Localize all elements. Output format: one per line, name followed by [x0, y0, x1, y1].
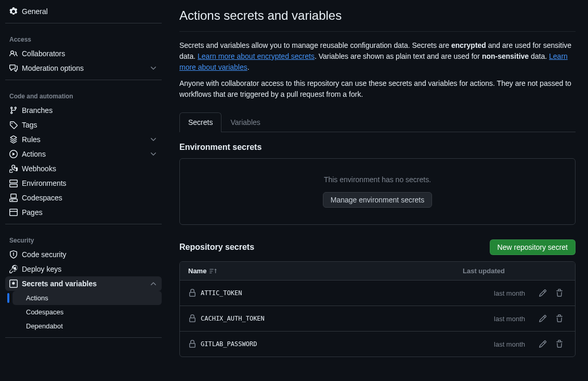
sidebar-item-rules[interactable]: Rules: [5, 132, 162, 147]
sidebar-item-branches[interactable]: Branches: [5, 103, 162, 118]
page-title: Actions secrets and variables: [179, 8, 576, 23]
sidebar-subitem-codespaces[interactable]: Codespaces: [12, 305, 162, 319]
col-header-name[interactable]: Name: [188, 267, 463, 275]
chevron-up-icon: [149, 280, 158, 288]
edit-button[interactable]: [535, 337, 550, 351]
env-empty-text: This environment has no secrets.: [324, 175, 431, 184]
lock-icon: [188, 314, 197, 323]
sidebar-label: Deploy keys: [22, 265, 61, 273]
chevron-down-icon: [149, 64, 158, 72]
sidebar-label: Environments: [22, 179, 67, 187]
sidebar-label: Actions: [22, 150, 46, 158]
sidebar-item-collaborators[interactable]: Collaborators: [5, 46, 162, 61]
sidebar-subitem-dependabot[interactable]: Dependabot: [12, 319, 162, 333]
delete-button[interactable]: [552, 286, 567, 300]
sidebar-label: Secrets and variables: [22, 280, 97, 288]
secret-row: GITLAB_PASSWORD last month: [180, 332, 575, 357]
webhook-icon: [9, 164, 18, 173]
manage-env-secrets-button[interactable]: Manage environment secrets: [323, 192, 433, 208]
sidebar-header-access: Access: [5, 28, 162, 46]
sidebar-item-deploy-keys[interactable]: Deploy keys: [5, 262, 162, 276]
env-secrets-box: This environment has no secrets. Manage …: [179, 158, 576, 225]
sidebar-label: Rules: [22, 135, 41, 144]
secret-row: ATTIC_TOKEN last month: [180, 281, 575, 306]
sidebar-label: Webhooks: [22, 164, 56, 173]
gear-icon: [9, 7, 18, 16]
sidebar-item-secrets-variables[interactable]: Secrets and variables: [5, 276, 162, 291]
secret-name: ATTIC_TOKEN: [201, 289, 242, 297]
sidebar-label: Branches: [22, 106, 53, 115]
secret-row: CACHIX_AUTH_TOKEN last month: [180, 306, 575, 332]
intro-paragraph-2: Anyone with collaborator access to this …: [179, 78, 576, 100]
divider: [5, 224, 162, 224]
divider: [5, 337, 162, 338]
edit-button[interactable]: [535, 286, 550, 300]
repo-secrets-table: Name Last updated ATTIC_TOKEN last month…: [179, 261, 576, 357]
edit-button[interactable]: [535, 311, 550, 326]
secret-name: GITLAB_PASSWORD: [201, 340, 257, 348]
sidebar-item-pages[interactable]: Pages: [5, 205, 162, 220]
pencil-icon: [539, 340, 547, 348]
comment-discussion-icon: [9, 64, 18, 72]
table-header: Name Last updated: [180, 262, 575, 281]
stack-icon: [9, 135, 18, 144]
chevron-down-icon: [149, 150, 158, 158]
sidebar-label: General: [22, 7, 48, 16]
learn-secrets-link[interactable]: Learn more about encrypted secrets: [198, 52, 315, 60]
secret-name: CACHIX_AUTH_TOKEN: [201, 315, 265, 322]
intro-text: Secrets and variables allow you to manag…: [179, 40, 576, 100]
shield-icon: [9, 250, 18, 259]
codespaces-icon: [9, 194, 18, 202]
trash-icon: [555, 340, 564, 348]
people-icon: [9, 49, 18, 58]
sidebar-item-tags[interactable]: Tags: [5, 118, 162, 132]
sidebar-label: Codespaces: [22, 194, 62, 202]
chevron-down-icon: [149, 135, 158, 144]
secret-updated: last month: [463, 289, 525, 297]
delete-button[interactable]: [552, 311, 567, 326]
lock-icon: [188, 289, 197, 297]
sidebar-item-webhooks[interactable]: Webhooks: [5, 161, 162, 176]
settings-sidebar: General Access Collaborators Moderation …: [0, 0, 167, 381]
tab-secrets[interactable]: Secrets: [179, 112, 221, 132]
tabs: Secrets Variables: [179, 112, 576, 132]
tab-variables[interactable]: Variables: [221, 112, 269, 132]
nonsensitive-word: non-sensitive: [482, 52, 529, 60]
server-icon: [9, 179, 18, 187]
trash-icon: [555, 314, 564, 323]
divider: [5, 80, 162, 80]
sidebar-item-moderation[interactable]: Moderation options: [5, 61, 162, 75]
sidebar-label: Tags: [22, 121, 37, 129]
sidebar-item-environments[interactable]: Environments: [5, 176, 162, 190]
sidebar-item-general[interactable]: General: [5, 4, 162, 19]
sidebar-item-codespaces[interactable]: Codespaces: [5, 190, 162, 205]
git-branch-icon: [9, 106, 18, 115]
trash-icon: [555, 289, 564, 297]
sidebar-item-actions[interactable]: Actions: [5, 147, 162, 161]
play-icon: [9, 150, 18, 158]
sidebar-label: Moderation options: [22, 64, 84, 72]
intro-text-part: .: [247, 63, 250, 71]
col-header-updated: Last updated: [463, 267, 525, 275]
sidebar-item-code-security[interactable]: Code security: [5, 247, 162, 262]
intro-text-part: . Variables are shown as plain text and …: [315, 52, 482, 60]
col-name-label: Name: [188, 267, 206, 275]
delete-button[interactable]: [552, 337, 567, 351]
sidebar-label: Collaborators: [22, 49, 65, 58]
encrypted-word: encrypted: [451, 41, 486, 49]
new-repo-secret-button[interactable]: New repository secret: [490, 239, 576, 255]
lock-icon: [188, 340, 197, 348]
secret-updated: last month: [463, 340, 525, 348]
intro-text-part: data.: [529, 52, 549, 60]
sidebar-label: Pages: [22, 208, 43, 217]
divider: [5, 23, 162, 23]
sort-asc-icon: [210, 268, 217, 275]
main-content: Actions secrets and variables Secrets an…: [167, 0, 588, 381]
key-icon: [9, 265, 18, 273]
sidebar-subitem-actions[interactable]: Actions: [12, 291, 162, 305]
sidebar-label: Code security: [22, 250, 67, 259]
browser-icon: [9, 208, 18, 217]
sidebar-header-code: Code and automation: [5, 84, 162, 103]
divider: [179, 31, 576, 32]
repo-secrets-title: Repository secrets: [179, 243, 254, 252]
